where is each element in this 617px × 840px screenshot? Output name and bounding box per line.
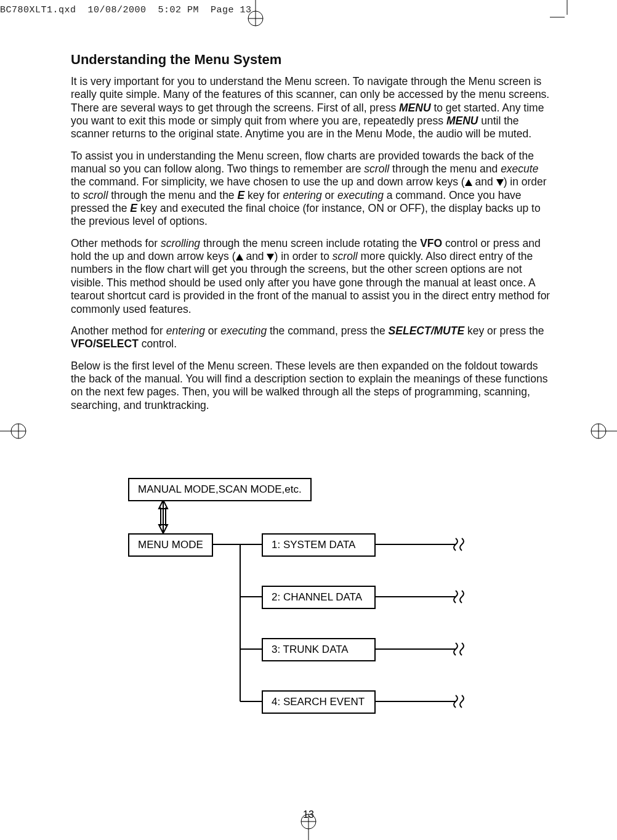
down-arrow-icon (496, 179, 504, 186)
file-header: BC780XLT1.qxd 10/08/2000 5:02 PM Page 13 (0, 5, 252, 15)
menu-key: MENU (399, 102, 431, 114)
crop-mark-top-right (550, 0, 572, 22)
select-mute-key: SELECT/MUTE (389, 325, 464, 337)
paragraph-3: Other methods for scrolling through the … (71, 237, 551, 316)
diagram-box-trunk-data: 3: TRUNK DATA (262, 638, 376, 661)
diagram-box-system-data: 1: SYSTEM DATA (262, 533, 376, 557)
filename: BC780XLT1.qxd (0, 5, 76, 15)
file-date: 10/08/2000 (88, 5, 147, 15)
section-heading: Understanding the Menu System (71, 52, 551, 68)
diagram-box-menu-mode: MENU MODE (128, 533, 213, 557)
crop-mark-left (0, 420, 30, 442)
down-arrow-icon (267, 254, 274, 260)
up-arrow-icon (236, 254, 243, 260)
menu-key: MENU (446, 115, 478, 127)
file-time: 5:02 PM (158, 5, 200, 15)
paragraph-5: Below is the first level of the Menu scr… (71, 360, 551, 412)
paragraph-4: Another method for entering or executing… (71, 325, 551, 351)
paragraph-1: It is very important for you to understa… (71, 75, 551, 141)
vfo-select-control: VFO/SELECT (71, 337, 139, 350)
vfo-control: VFO (420, 237, 442, 249)
diagram-box-search-event: 4: SEARCH EVENT (262, 690, 376, 714)
page-content: Understanding the Menu System It is very… (71, 52, 551, 421)
page-number: 13 (303, 809, 314, 820)
paragraph-2: To assist you in understanding the Menu … (71, 150, 551, 228)
e-key: E (130, 202, 137, 214)
crop-mark-top-center (244, 0, 267, 30)
up-arrow-icon (465, 179, 472, 186)
crop-mark-right (587, 420, 617, 442)
diagram-box-channel-data: 2: CHANNEL DATA (262, 586, 376, 609)
e-key: E (237, 189, 244, 201)
diagram-box-manual-mode: MANUAL MODE,SCAN MODE,etc. (128, 478, 312, 501)
